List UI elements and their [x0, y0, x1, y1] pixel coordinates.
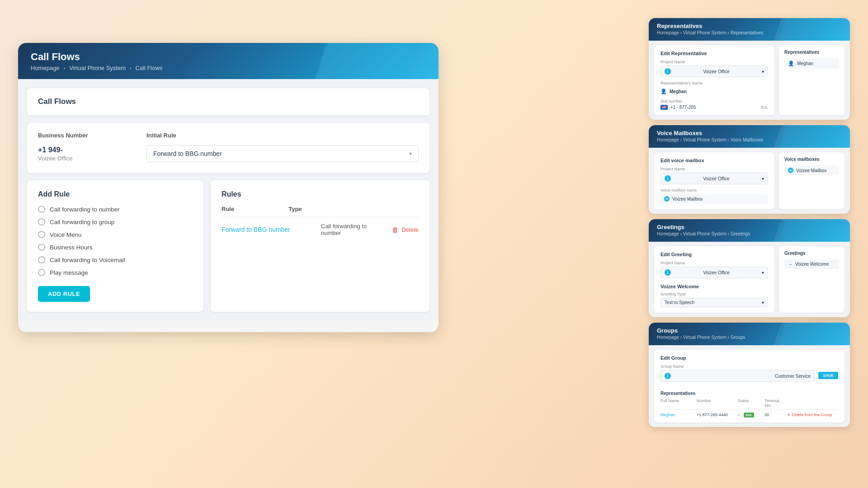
rep-name-link[interactable]: Meghan — [660, 413, 697, 417]
group-reps-title: Representatives — [660, 391, 838, 396]
vm-mailbox-value: Voizee Mailbox — [672, 197, 703, 202]
dial-number-row: 🇺🇸 +1 · 877-265 Ext. — [660, 105, 768, 110]
flag-icon: 🇺🇸 — [660, 105, 668, 110]
group-save-button[interactable]: SAVE — [818, 372, 838, 379]
group-edit-title: Edit Group — [660, 355, 838, 361]
greetings-panel: Greetings Homepage › Virtual Phone Syste… — [649, 219, 850, 317]
call-flows-card: Call Flows — [27, 88, 429, 116]
table-row: Meghan +1 877-265-4440 ✓ live 20 ✕ Delet… — [660, 413, 838, 417]
group-reps-section: Representatives Full Name Number Status … — [660, 391, 838, 417]
greet-side-title: Greetings — [784, 251, 839, 256]
initial-rule-label: Initial Rule — [146, 132, 176, 139]
trash-icon: 🗑 — [392, 226, 399, 234]
bottom-row: Add Rule Call forwarding to number Call … — [27, 180, 429, 312]
chevron-down-icon: ▾ — [409, 150, 412, 157]
group-info-icon: i — [665, 373, 671, 379]
representatives-panel: Representatives Homepage › Virtual Phone… — [649, 18, 850, 120]
greet-header: Greetings Homepage › Virtual Phone Syste… — [649, 219, 850, 242]
greet-type-select[interactable]: Text to Speech ▾ — [660, 298, 768, 307]
selected-rule-text: Forward to BBG number — [153, 150, 222, 157]
dial-number-label: Dial number — [660, 99, 768, 103]
delete-button[interactable]: 🗑 Delete — [392, 226, 419, 234]
rep-side-item[interactable]: 👤 Meghan — [784, 58, 839, 69]
group-table-header: Full Name Number Status Timeout, sec — [660, 399, 838, 410]
greet-side-value: Voizee Welcome — [795, 262, 829, 267]
group-name-label: Group Name — [660, 364, 815, 369]
breadcrumb: Homepage › Virtual Phone System › Call F… — [31, 65, 426, 71]
group-name-field[interactable]: i Customer Service — [660, 370, 815, 382]
rep-project-field[interactable]: i Voizee Office ▾ — [660, 66, 768, 77]
vm-edit-title: Edit voice mailbox — [660, 158, 768, 163]
col-status: Status — [737, 399, 764, 408]
vm-project-field[interactable]: i Voizee Office ▾ — [660, 173, 768, 184]
rule-col-header: Rule — [222, 206, 234, 212]
list-item[interactable]: Voice Menu — [38, 231, 193, 238]
radio-circle-5 — [38, 256, 45, 263]
radio-circle-6 — [38, 269, 45, 276]
ext-label: Ext. — [761, 105, 768, 110]
add-rule-card: Add Rule Call forwarding to number Call … — [27, 180, 203, 312]
vm-project-value: Voizee Office — [703, 176, 730, 181]
rule-options: Call forwarding to number Call forwardin… — [38, 206, 193, 276]
rep-timeout: 20 — [764, 413, 787, 417]
breadcrumb-vps[interactable]: Virtual Phone System — [69, 65, 126, 71]
vm-side-card: Voice mailboxes ✉ Voizee Mailbox — [779, 152, 844, 209]
rules-card: Rules Rule Type Forward to BBG number Ca… — [211, 180, 429, 312]
greet-side-card: Greetings → Voizee Welcome — [779, 246, 844, 313]
vm-side-item[interactable]: ✉ Voizee Mailbox — [784, 165, 839, 175]
vm-edit-card: Edit voice mailbox Project Name i Voizee… — [654, 152, 774, 209]
greet-project-label: Project Name — [660, 261, 768, 265]
greet-type-chevron: ▾ — [762, 300, 764, 305]
greeting-name: Voizee Welcome — [660, 282, 768, 292]
rules-title: Rules — [222, 190, 419, 198]
greet-chevron: ▾ — [762, 270, 764, 275]
radio-label-2: Call forwarding to group — [50, 219, 114, 225]
add-rule-title: Add Rule — [38, 190, 193, 198]
rep-name-row: 👤 Meghan — [660, 87, 768, 96]
vm-project-label: Project Name — [660, 167, 768, 171]
list-item[interactable]: Business Hours — [38, 244, 193, 251]
right-panels: Representatives Homepage › Virtual Phone… — [649, 18, 850, 427]
breadcrumb-home[interactable]: Homepage — [31, 65, 60, 71]
rep-body: Edit Representative Project Name i Voize… — [649, 41, 850, 120]
greet-project-field[interactable]: i Voizee Office ▾ — [660, 267, 768, 278]
list-item[interactable]: Call forwarding to group — [38, 218, 193, 225]
vm-mailbox-item: ✉ Voizee Mailbox — [660, 194, 768, 204]
group-panel-title: Groups — [657, 327, 842, 334]
rep-panel-title: Representatives — [657, 23, 842, 29]
type-col-header: Type — [288, 206, 302, 212]
list-item[interactable]: Call forwarding to Voicemail — [38, 256, 193, 263]
business-number-label: Business Number — [38, 132, 128, 139]
rep-header: Representatives Homepage › Virtual Phone… — [649, 18, 850, 41]
rep-edit-title: Edit Representative — [660, 51, 768, 56]
radio-circle-1 — [38, 206, 45, 213]
voicemail-panel: Voice Mailboxes Homepage › Virtual Phone… — [649, 125, 850, 214]
main-body: Call Flows Business Number Initial Rule … — [18, 79, 439, 321]
call-flows-card-title: Call Flows — [27, 88, 429, 116]
radio-label-4: Business Hours — [50, 244, 93, 251]
list-item[interactable]: Play message — [38, 269, 193, 276]
business-header: Business Number Initial Rule — [38, 132, 419, 139]
greet-side-item[interactable]: → Voizee Welcome — [784, 259, 839, 269]
business-number-block: +1 949- Voizee Office — [38, 146, 128, 162]
delete-label: Delete — [401, 226, 419, 233]
col-action — [787, 399, 838, 408]
radio-label-1: Call forwarding to number — [50, 206, 120, 213]
rep-side-title: Representatives — [784, 50, 839, 55]
greet-type-label: Greeting Type — [660, 292, 768, 296]
group-name-value: Customer Service — [775, 374, 811, 379]
radio-label-3: Voice Menu — [50, 231, 82, 238]
radio-circle-3 — [38, 231, 45, 238]
greet-edit-card: Edit Greeting Project Name i Voizee Offi… — [654, 246, 774, 313]
radio-circle-2 — [38, 218, 45, 225]
greet-body: Edit Greeting Project Name i Voizee Offi… — [649, 242, 850, 317]
rule-dropdown[interactable]: Forward to BBG number ▾ — [146, 145, 419, 162]
group-body: Edit Group Group Name i Customer Service… — [649, 345, 850, 427]
delete-from-group-link[interactable]: ✕ Delete from the Group — [787, 413, 838, 417]
dial-number-value: +1 · 877-265 — [670, 105, 696, 110]
list-item[interactable]: Call forwarding to number — [38, 206, 193, 213]
rule-link[interactable]: Forward to BBG number — [222, 226, 303, 233]
mailbox-icon: ✉ — [664, 196, 670, 202]
add-rule-button[interactable]: ADD RULE — [38, 286, 90, 302]
check-icon: ✓ — [737, 413, 741, 417]
